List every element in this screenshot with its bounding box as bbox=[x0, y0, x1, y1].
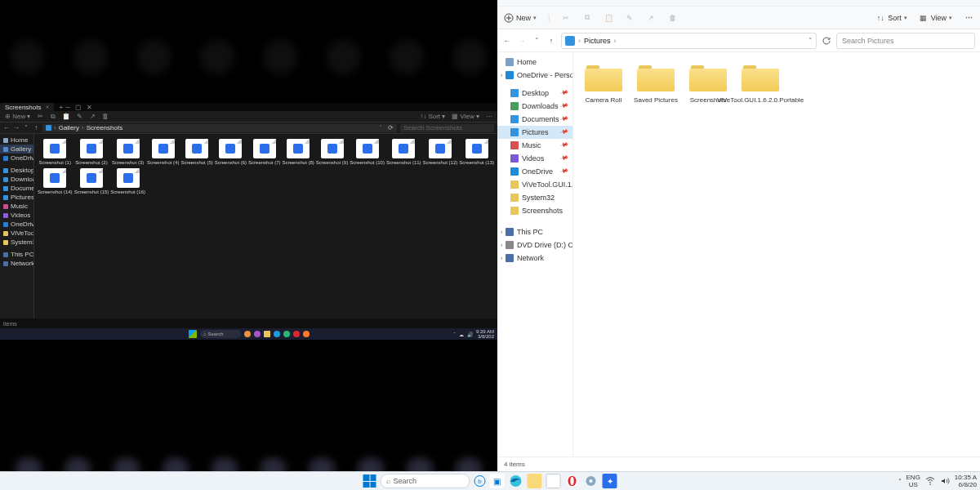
file-item[interactable]: Screenshot (3) bbox=[110, 137, 145, 167]
sort-button[interactable]: ↑↓ Sort ▾ bbox=[420, 113, 445, 120]
file-item[interactable]: Screenshot (4) bbox=[147, 137, 179, 167]
close-window-icon[interactable]: ✕ bbox=[84, 104, 95, 111]
sidebar-item-gallery[interactable]: Gallery bbox=[0, 145, 33, 154]
more-icon[interactable]: ⋯ bbox=[964, 13, 973, 23]
nav-up-icon[interactable]: ↑ bbox=[546, 36, 556, 46]
start-icon[interactable] bbox=[189, 330, 197, 338]
sidebar-item-system32[interactable]: System32 bbox=[0, 238, 33, 247]
close-icon[interactable] bbox=[46, 105, 49, 109]
folder-item[interactable]: Camera Roll bbox=[578, 64, 629, 104]
minimize-icon[interactable]: ─ bbox=[63, 104, 73, 111]
bing-icon[interactable]: b bbox=[474, 475, 486, 487]
dark-path-bar[interactable]: › Gallery › Screenshots ˅ ⟳ bbox=[42, 124, 397, 132]
dark-search-input[interactable]: Search Screenshots bbox=[400, 124, 494, 132]
notepad-icon[interactable] bbox=[546, 474, 561, 488]
light-search-input[interactable]: Search Pictures bbox=[836, 33, 975, 49]
nav-forward-icon[interactable]: → bbox=[13, 124, 20, 131]
sidebar-item-onedrive-persona[interactable]: OneDrive - Persona bbox=[0, 154, 33, 163]
chevron-down-icon[interactable]: ˅ bbox=[808, 37, 813, 45]
rename-icon[interactable]: ✎ bbox=[76, 114, 82, 120]
sidebar-item-onedrive[interactable]: OneDrive📌 bbox=[497, 165, 572, 178]
file-item[interactable]: Screenshot (13) bbox=[459, 137, 494, 167]
sidebar-item-downloads[interactable]: Downloads bbox=[0, 175, 33, 184]
sidebar-item-network[interactable]: ›Network bbox=[497, 252, 572, 265]
chevron-right-icon[interactable]: › bbox=[501, 229, 502, 235]
chevron-right-icon[interactable]: › bbox=[501, 243, 502, 248]
cloud-icon[interactable]: ☁ bbox=[459, 332, 464, 337]
sidebar-item-pictures[interactable]: Pictures bbox=[0, 193, 33, 202]
start-button[interactable] bbox=[363, 474, 376, 488]
sidebar-item-home[interactable]: Home bbox=[497, 56, 572, 69]
file-item[interactable]: Screenshot (7) bbox=[248, 137, 280, 167]
view-button[interactable]: ▦ View ▾ bbox=[919, 13, 952, 23]
view-button[interactable]: ▦ View ▾ bbox=[452, 113, 479, 120]
sidebar-item-downloads[interactable]: Downloads📌 bbox=[497, 100, 572, 113]
sidebar-item-desktop[interactable]: Desktop📌 bbox=[497, 87, 572, 100]
sidebar-item-network[interactable]: Network bbox=[0, 259, 33, 268]
nav-recent-icon[interactable]: ˅ bbox=[23, 124, 29, 131]
file-item[interactable]: Screenshot (12) bbox=[423, 137, 458, 167]
sidebar-item-documents[interactable]: Documents bbox=[0, 184, 33, 193]
tray-lang[interactable]: ENG bbox=[906, 474, 920, 481]
sidebar-item-desktop[interactable]: Desktop bbox=[0, 166, 33, 175]
sidebar-item-pictures[interactable]: Pictures📌 bbox=[497, 126, 572, 139]
wifi-icon[interactable] bbox=[925, 476, 935, 486]
file-item[interactable]: Screenshot (10) bbox=[350, 137, 385, 167]
volume-icon[interactable] bbox=[940, 476, 950, 486]
maximize-icon[interactable]: ▢ bbox=[73, 104, 84, 111]
file-explorer-icon[interactable] bbox=[528, 474, 542, 488]
file-item[interactable]: Screenshot (9) bbox=[316, 137, 348, 167]
chevron-down-icon[interactable]: ˅ bbox=[379, 124, 382, 131]
sidebar-item-vivetool-gui-1-6-2-0[interactable]: ViVeTool.GUI.1.6.2.0 bbox=[497, 178, 572, 191]
nav-recent-icon[interactable]: ˅ bbox=[532, 36, 541, 46]
file-item[interactable]: Screenshot (5) bbox=[180, 137, 212, 167]
file-item[interactable]: Screenshot (14) bbox=[38, 167, 73, 196]
tray-chevron-icon[interactable]: ˄ bbox=[453, 332, 456, 337]
nav-back-icon[interactable]: ← bbox=[3, 124, 10, 131]
breadcrumb[interactable]: Pictures bbox=[584, 37, 611, 45]
volume-icon[interactable]: 🔊 bbox=[467, 332, 473, 337]
sidebar-item-this-pc[interactable]: ›This PC bbox=[497, 225, 572, 238]
nav-up-icon[interactable]: ↑ bbox=[33, 124, 39, 131]
opera-icon[interactable] bbox=[565, 474, 580, 488]
nav-back-icon[interactable]: ← bbox=[502, 36, 512, 46]
task-view-icon[interactable]: ▣ bbox=[490, 474, 505, 488]
delete-icon[interactable]: 🗑 bbox=[102, 114, 109, 120]
chevron-right-icon[interactable]: › bbox=[501, 73, 502, 78]
sidebar-item-onedrive-persona[interactable]: ›OneDrive - Persona bbox=[497, 69, 572, 82]
file-item[interactable]: Screenshot (2) bbox=[74, 137, 109, 167]
file-item[interactable]: Screenshot (8) bbox=[282, 137, 314, 167]
opera-icon[interactable] bbox=[293, 331, 300, 337]
paste-icon[interactable]: 📋 bbox=[63, 114, 69, 120]
taskbar-app-icon[interactable] bbox=[283, 331, 290, 337]
chevron-right-icon[interactable]: › bbox=[501, 256, 502, 261]
light-path-bar[interactable]: › Pictures › ˅ bbox=[561, 33, 817, 49]
sidebar-item-vivetool-gui-1-6-2-0[interactable]: ViVeTool.GUI.1.6.2.0 bbox=[0, 229, 33, 238]
refresh-icon[interactable]: ⟳ bbox=[388, 124, 394, 131]
more-icon[interactable]: ⋯ bbox=[486, 113, 492, 120]
copy-icon[interactable]: ⧉ bbox=[50, 114, 56, 120]
file-item[interactable]: Screenshot (15) bbox=[74, 167, 109, 196]
sidebar-item-videos[interactable]: Videos bbox=[0, 211, 33, 220]
taskbar-app-icon[interactable] bbox=[254, 331, 261, 337]
sidebar-item-this-pc[interactable]: This PC bbox=[0, 250, 33, 259]
sidebar-item-system32[interactable]: System32 bbox=[497, 191, 572, 204]
sidebar-item-home[interactable]: Home bbox=[0, 136, 33, 145]
file-explorer-icon[interactable] bbox=[264, 331, 270, 337]
taskbar-app-icon[interactable] bbox=[244, 331, 251, 337]
tray-chevron-icon[interactable]: ˄ bbox=[898, 478, 902, 485]
dark-tab-screenshots[interactable]: Screenshots bbox=[0, 103, 54, 111]
photos-icon[interactable]: ✦ bbox=[603, 474, 617, 488]
firefox-icon[interactable] bbox=[303, 331, 310, 337]
dark-taskbar-search[interactable]: ⌕ Search bbox=[200, 330, 241, 338]
sort-button[interactable]: ↑↓ Sort ▾ bbox=[875, 13, 907, 23]
sidebar-item-screenshots[interactable]: Screenshots bbox=[497, 204, 572, 217]
file-item[interactable]: Screenshot (11) bbox=[386, 137, 421, 167]
file-item[interactable]: Screenshot (16) bbox=[110, 167, 145, 196]
breadcrumb[interactable]: Screenshots bbox=[87, 124, 122, 131]
sidebar-item-dvd-drive-d-ccc[interactable]: ›DVD Drive (D:) CCC bbox=[497, 238, 572, 252]
taskbar-search[interactable]: ⌕ Search bbox=[381, 474, 470, 488]
folder-item[interactable]: ViVeTool.GUI.1.6.2.0.Portable bbox=[735, 64, 786, 104]
sidebar-item-music[interactable]: Music📌 bbox=[497, 139, 572, 152]
file-item[interactable]: Screenshot (6) bbox=[215, 137, 247, 167]
